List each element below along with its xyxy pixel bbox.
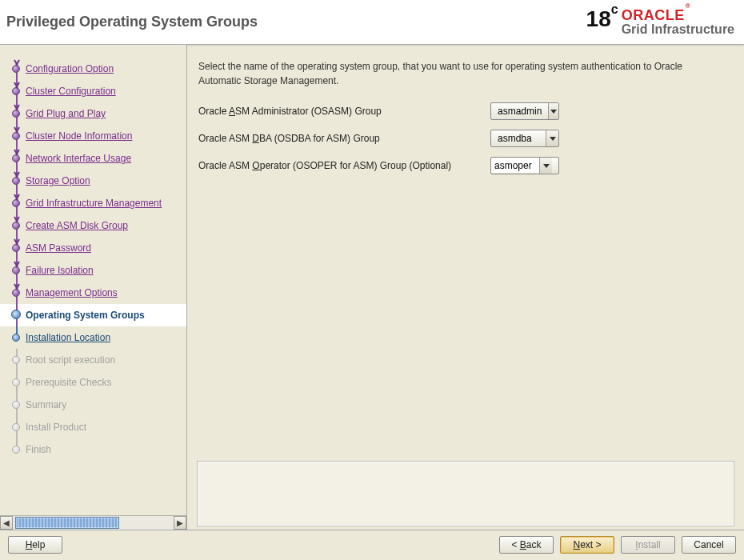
logo-brand: ORACLE® bbox=[622, 8, 690, 23]
step-label: Summary bbox=[26, 399, 66, 410]
output-area bbox=[197, 461, 734, 526]
step-dot-icon bbox=[12, 446, 20, 454]
step-label: Root script execution bbox=[26, 354, 115, 366]
step-label: Create ASM Disk Group bbox=[26, 220, 128, 231]
step-dot-icon bbox=[12, 289, 20, 297]
wizard-step[interactable]: Configuration Option bbox=[0, 58, 186, 80]
help-button[interactable]: Help bbox=[8, 536, 62, 554]
step-label: Prerequisite Checks bbox=[26, 377, 111, 388]
step-dot-icon bbox=[12, 334, 20, 342]
step-label: Finish bbox=[26, 444, 51, 455]
sidebar-h-scrollbar[interactable]: ◀ ▶ bbox=[0, 515, 186, 530]
logo-version: 18c bbox=[586, 8, 618, 30]
step-dot-icon bbox=[12, 244, 20, 252]
step-dot-icon bbox=[12, 266, 20, 274]
form-row: Oracle ASM Operator (OSOPER for ASM) Gro… bbox=[198, 157, 734, 174]
group-combobox[interactable]: asmadmin bbox=[490, 102, 559, 120]
wizard-step[interactable]: Cluster Node Information bbox=[0, 125, 186, 147]
step-label: Cluster Node Information bbox=[26, 130, 132, 142]
wizard-step: Summary bbox=[0, 394, 186, 416]
group-combobox-input[interactable] bbox=[491, 158, 539, 173]
group-combobox-value: asmdba bbox=[491, 133, 546, 144]
wizard-step[interactable]: Operating System Groups bbox=[0, 304, 186, 326]
step-dot-icon bbox=[12, 423, 20, 431]
form-row: Oracle ASM DBA (OSDBA for ASM) Groupasmd… bbox=[198, 130, 734, 147]
wizard-step[interactable]: Installation Location bbox=[0, 326, 186, 349]
step-dot-icon bbox=[12, 199, 20, 207]
chevron-down-icon[interactable] bbox=[539, 158, 552, 174]
field-label: Oracle ASM DBA (OSDBA for ASM) Group bbox=[198, 133, 490, 144]
step-label: Network Interface Usage bbox=[26, 153, 131, 164]
page-title: Privileged Operating System Groups bbox=[6, 14, 258, 30]
wizard-step[interactable]: Network Interface Usage bbox=[0, 147, 186, 170]
wizard-step-list: Configuration OptionCluster Configuratio… bbox=[0, 58, 186, 461]
form-row: Oracle ASM Administrator (OSASM) Groupas… bbox=[198, 102, 734, 120]
wizard-step[interactable]: Storage Option bbox=[0, 170, 186, 192]
group-combobox[interactable]: asmdba bbox=[490, 130, 559, 147]
step-dot-icon bbox=[12, 154, 20, 162]
step-dot-icon bbox=[12, 87, 20, 95]
cancel-button[interactable]: Cancel bbox=[682, 536, 736, 554]
wizard-step: Install Product bbox=[0, 416, 186, 438]
wizard-step[interactable]: Failure Isolation bbox=[0, 259, 186, 282]
step-label: Grid Plug and Play bbox=[26, 108, 106, 119]
step-dot-icon bbox=[12, 222, 20, 230]
step-label: Cluster Configuration bbox=[26, 86, 116, 97]
scrollbar-track[interactable] bbox=[13, 516, 174, 530]
step-dot-icon bbox=[12, 110, 20, 118]
page-description: Select the name of the operating system … bbox=[198, 59, 726, 88]
next-button[interactable]: Next > bbox=[560, 536, 614, 554]
step-label: Failure Isolation bbox=[26, 265, 94, 276]
scrollbar-thumb[interactable] bbox=[15, 517, 119, 529]
step-dot-icon bbox=[12, 401, 20, 409]
wizard-step: Finish bbox=[0, 438, 186, 461]
step-label: Installation Location bbox=[26, 332, 110, 343]
wizard-step[interactable]: Grid Infrastructure Management bbox=[0, 192, 186, 214]
step-dot-icon bbox=[12, 65, 20, 73]
content-panel: Select the name of the operating system … bbox=[187, 45, 744, 530]
step-dot-icon bbox=[12, 378, 20, 386]
group-combobox-value: asmadmin bbox=[491, 106, 548, 117]
wizard-step[interactable]: Create ASM Disk Group bbox=[0, 214, 186, 237]
chevron-down-icon[interactable] bbox=[546, 130, 558, 146]
wizard-sidebar: Configuration OptionCluster Configuratio… bbox=[0, 45, 187, 530]
chevron-down-icon[interactable] bbox=[548, 103, 558, 119]
group-combobox[interactable] bbox=[490, 157, 559, 174]
field-label: Oracle ASM Administrator (OSASM) Group bbox=[198, 106, 490, 117]
step-label: ASM Password bbox=[26, 242, 91, 254]
step-label: Operating System Groups bbox=[26, 310, 145, 321]
install-button: Install bbox=[621, 536, 675, 554]
step-dot-icon bbox=[12, 356, 20, 364]
wizard-step[interactable]: Management Options bbox=[0, 282, 186, 304]
scroll-right-button[interactable]: ▶ bbox=[174, 516, 186, 530]
footer: Help < Back Next > Install Cancel bbox=[0, 530, 744, 558]
step-label: Grid Infrastructure Management bbox=[26, 198, 162, 209]
step-dot-icon bbox=[11, 310, 21, 319]
wizard-step[interactable]: Cluster Configuration bbox=[0, 80, 186, 102]
step-label: Storage Option bbox=[26, 175, 90, 186]
wizard-step[interactable]: ASM Password bbox=[0, 237, 186, 259]
step-label: Management Options bbox=[26, 287, 118, 298]
step-dot-icon bbox=[12, 132, 20, 140]
oracle-logo: 18c ORACLE® Grid Infrastructure bbox=[586, 8, 734, 37]
step-label: Install Product bbox=[26, 422, 86, 433]
wizard-step[interactable]: Grid Plug and Play bbox=[0, 102, 186, 125]
step-label: Configuration Option bbox=[26, 63, 114, 74]
scroll-left-button[interactable]: ◀ bbox=[0, 516, 13, 530]
logo-subtitle: Grid Infrastructure bbox=[622, 23, 734, 37]
wizard-step: Root script execution bbox=[0, 349, 186, 371]
wizard-step: Prerequisite Checks bbox=[0, 371, 186, 394]
back-button[interactable]: < Back bbox=[499, 536, 554, 554]
step-dot-icon bbox=[12, 177, 20, 185]
field-label: Oracle ASM Operator (OSOPER for ASM) Gro… bbox=[198, 160, 490, 171]
header: Privileged Operating System Groups 18c O… bbox=[0, 0, 744, 45]
